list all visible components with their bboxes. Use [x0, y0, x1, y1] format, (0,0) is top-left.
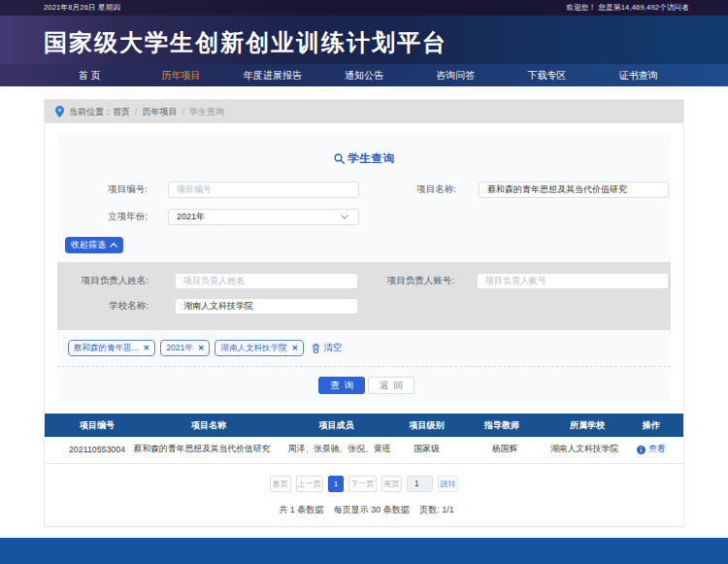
page-prev-button[interactable]: 上一页 — [296, 476, 324, 493]
col-school: 所属学校 — [555, 414, 619, 437]
school-name-label: 学校名称: — [57, 300, 149, 313]
nav-item-certificate[interactable]: 证书查询 — [593, 64, 684, 86]
tag-close-icon[interactable]: ✕ — [198, 344, 205, 352]
pin-icon — [55, 106, 64, 117]
page-jump-button[interactable]: 跳转 — [438, 476, 458, 493]
year-select[interactable]: 2021年 — [168, 209, 359, 225]
search-form-card: 学生查询 项目编号: 项目编号 项目名称: 蔡和森的青年思想及其当代价值研究 立… — [57, 133, 671, 402]
filter-tags-row: 蔡和森的青年思...✕ 2021年✕ 湖南人文科技学院✕ 清空 — [68, 340, 342, 356]
divider — [57, 366, 671, 367]
back-button[interactable]: 返回 — [368, 377, 414, 394]
school-name-input[interactable]: 湖南人文科技学院 — [175, 298, 358, 315]
filter-row-2: 学校名称: 湖南人文科技学院 — [57, 298, 671, 315]
cell-action: 查看 — [619, 437, 683, 463]
leader-name-input[interactable]: 项目负责人姓名 — [175, 273, 358, 289]
cell-level: 国家级 — [405, 437, 448, 463]
nav-item-downloads[interactable]: 下载专区 — [501, 64, 592, 86]
form-row-2: 立项年份: 2021年 — [57, 209, 671, 225]
nav-item-home[interactable]: 首 页 — [44, 64, 135, 86]
col-teacher: 指导教师 — [448, 414, 555, 437]
breadcrumb-past-projects[interactable]: 历年项目 — [143, 106, 178, 118]
leader-name-label: 项目负责人姓名: — [57, 275, 149, 287]
trash-icon — [312, 344, 320, 353]
page-current[interactable]: 1 — [328, 476, 344, 493]
breadcrumb-prefix: 当前位置：首页 — [69, 106, 130, 118]
results-table: 项目编号 项目名称 项目成员 项目级别 指导教师 所属学校 操作 2021105… — [45, 414, 683, 464]
filter-tag-project-name: 蔡和森的青年思...✕ — [68, 340, 155, 356]
chevron-up-icon — [110, 243, 117, 248]
breadcrumb-separator: / — [135, 107, 138, 116]
breadcrumb-home[interactable]: 首页 — [113, 107, 130, 116]
chevron-down-icon — [341, 210, 348, 224]
nav-item-qa[interactable]: 咨询问答 — [410, 64, 501, 86]
project-code-label: 项目编号: — [57, 183, 148, 196]
site-title: 国家级大学生创新创业训练计划平台 — [44, 30, 684, 54]
main-card: 当前位置：首页 / 历年项目 / 学生查询 学生查询 项目编号: 项目编号 项目… — [44, 99, 684, 527]
col-project-code: 项目编号 — [45, 414, 149, 437]
filter-tag-year: 2021年✕ — [160, 340, 210, 356]
year-label: 立项年份: — [57, 211, 148, 223]
pagination: 首页 上一页 1 下一页 尾页 1 跳转 — [45, 476, 683, 493]
cell-teacher: 杨国辉 — [448, 437, 555, 463]
cell-project-name: 蔡和森的青年思想及其当代价值研究 — [149, 437, 268, 463]
form-row-1: 项目编号: 项目编号 项目名称: 蔡和森的青年思想及其当代价值研究 — [57, 182, 671, 198]
tag-close-icon[interactable]: ✕ — [291, 344, 298, 352]
chevron-down-svg — [341, 215, 348, 219]
advanced-filter-panel: 项目负责人姓名: 项目负责人姓名 项目负责人账号: 项目负责人账号 学校名称: … — [57, 262, 671, 330]
tag-close-icon[interactable]: ✕ — [144, 344, 150, 352]
table-header-row: 项目编号 项目名称 项目成员 项目级别 指导教师 所属学校 操作 — [45, 414, 683, 437]
clear-filters-button[interactable]: 清空 — [312, 342, 342, 354]
nav-item-past-projects[interactable]: 历年项目 — [135, 64, 226, 86]
search-icon — [334, 153, 345, 164]
total-count: 共 1 条数据 — [279, 505, 323, 514]
result-counts: 共 1 条数据 每页显示 30 条数据 页数: 1/1 — [45, 504, 683, 516]
view-link[interactable]: 查看 — [637, 444, 666, 455]
main-nav: 首 页 历年项目 年度进展报告 通知公告 咨询问答 下载专区 证书查询 — [0, 64, 728, 86]
footer — [0, 538, 728, 564]
query-button[interactable]: 查询 — [318, 377, 365, 394]
project-code-input[interactable]: 项目编号 — [168, 182, 359, 198]
banner: 国家级大学生创新创业训练计划平台 — [0, 16, 728, 64]
col-project-name: 项目名称 — [149, 414, 268, 437]
page-next-button[interactable]: 下一页 — [348, 476, 377, 493]
nav-item-notices[interactable]: 通知公告 — [318, 64, 410, 86]
top-bar: 2021年8月26日 星期四 欢迎您！ 您是第14,469,492个访问者 — [0, 0, 728, 16]
leader-account-input[interactable]: 项目负责人账号 — [477, 273, 669, 289]
table-row: 202110553004 蔡和森的青年思想及其当代价值研究 周泽、张景驰、张倪、… — [45, 437, 683, 463]
breadcrumb: 当前位置：首页 / 历年项目 / 学生查询 — [45, 100, 683, 123]
page-last-button[interactable]: 尾页 — [381, 476, 403, 493]
project-name-input[interactable]: 蔡和森的青年思想及其当代价值研究 — [479, 182, 669, 198]
info-icon — [637, 446, 645, 454]
col-level: 项目级别 — [405, 414, 448, 437]
form-buttons-row: 查询 返回 — [57, 377, 671, 394]
col-action: 操作 — [619, 414, 683, 437]
project-name-label: 项目名称: — [359, 183, 456, 196]
location-pin-icon — [55, 106, 64, 117]
cell-members: 周泽、张景驰、张倪、黄瑶 — [268, 437, 405, 463]
breadcrumb-current: 学生查询 — [189, 106, 224, 118]
filter-row-1: 项目负责人姓名: 项目负责人姓名 项目负责人账号: 项目负责人账号 — [57, 273, 671, 289]
filter-tag-school: 湖南人文科技学院✕ — [215, 340, 304, 356]
nav-item-annual-report[interactable]: 年度进展报告 — [227, 64, 318, 86]
collapse-filter-button[interactable]: 收起筛选 — [65, 237, 123, 253]
col-members: 项目成员 — [268, 414, 405, 437]
breadcrumb-separator: / — [182, 107, 185, 116]
cell-school: 湖南人文科技学院 — [555, 437, 619, 463]
page-indicator: 页数: 1/1 — [419, 505, 454, 514]
date-text: 2021年8月26日 星期四 — [44, 3, 120, 13]
search-form-title: 学生查询 — [57, 133, 671, 168]
per-page-count: 每页显示 30 条数据 — [334, 505, 410, 514]
leader-account-label: 项目负责人账号: — [358, 275, 454, 287]
welcome-text: 欢迎您！ 您是第14,469,492个访问者 — [566, 3, 689, 13]
page-first-button[interactable]: 首页 — [270, 476, 291, 493]
page-jump-input[interactable]: 1 — [407, 476, 433, 493]
